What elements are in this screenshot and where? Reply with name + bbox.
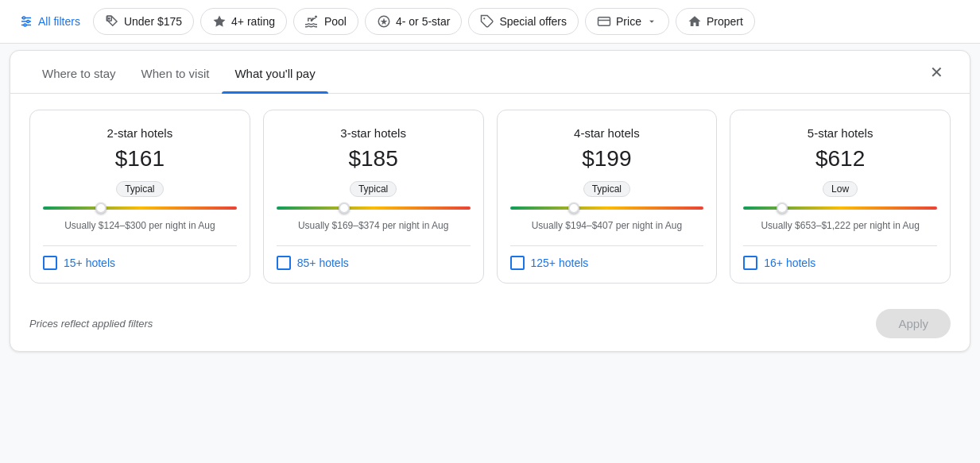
filters-icon <box>19 14 33 29</box>
filter-rating-label: 4+ rating <box>231 15 275 28</box>
star-icon <box>212 14 227 29</box>
filter-pool-label: Pool <box>324 15 347 28</box>
svg-point-4 <box>27 21 29 23</box>
close-button[interactable]: ✕ <box>922 58 951 87</box>
prices-note: Prices reflect applied filters <box>29 318 153 330</box>
price-icon <box>597 14 611 29</box>
checkbox-row: 15+ hotels <box>43 245 237 270</box>
filter-special-offers-label: Special offers <box>499 15 567 28</box>
all-filters-button[interactable]: All filters <box>13 9 87 34</box>
filter-rating[interactable]: 4+ rating <box>200 8 287 35</box>
filter-special-offers[interactable]: Special offers <box>468 8 579 35</box>
hotel-card-2-star: 2-star hotels $161 Typical Usually $124–… <box>29 110 250 284</box>
hotel-checkbox[interactable] <box>43 256 57 270</box>
tag-icon <box>480 14 494 29</box>
filter-price-label: Price <box>616 15 641 28</box>
hotel-card-4-star: 4-star hotels $199 Typical Usually $194–… <box>497 110 718 284</box>
tab-when-to-visit[interactable]: When to visit <box>129 51 223 93</box>
hotel-category: 3-star hotels <box>340 126 406 140</box>
home-icon <box>688 14 702 29</box>
tab-where-to-stay[interactable]: Where to stay <box>29 51 129 93</box>
hotel-count-link[interactable]: 15+ hotels <box>64 257 115 269</box>
svg-rect-10 <box>598 17 610 26</box>
price-label: Typical <box>116 181 163 197</box>
hotel-price: $199 <box>582 146 631 172</box>
filter-property[interactable]: Propert <box>676 8 755 35</box>
circle-star-icon <box>377 14 391 29</box>
tabs-container: Where to stay When to visit What you'll … <box>10 51 970 94</box>
svg-point-5 <box>24 24 26 26</box>
hotel-price: $161 <box>115 146 165 172</box>
price-label: Typical <box>350 181 397 197</box>
hotel-checkbox[interactable] <box>510 256 525 270</box>
filter-4or5star-label: 4- or 5-star <box>396 15 450 28</box>
hotel-count-link[interactable]: 85+ hotels <box>297 257 349 269</box>
hotel-card-5-star: 5-star hotels $612 Low Usually $653–$1,2… <box>730 110 951 284</box>
price-range: Usually $124–$300 per night in Aug <box>64 219 215 233</box>
pool-icon <box>305 14 320 29</box>
checkbox-row: 16+ hotels <box>743 245 937 270</box>
hotel-category: 5-star hotels <box>808 126 873 140</box>
main-panel: Where to stay When to visit What you'll … <box>10 50 970 352</box>
price-tag-icon <box>105 14 119 29</box>
checkbox-row: 85+ hotels <box>277 245 471 270</box>
all-filters-label: All filters <box>38 15 80 28</box>
slider-section: Typical <box>43 181 237 210</box>
hotel-count-link[interactable]: 16+ hotels <box>764 257 815 269</box>
hotel-category: 2-star hotels <box>107 126 173 140</box>
svg-point-3 <box>23 17 25 19</box>
price-range: Usually $194–$407 per night in Aug <box>532 219 682 233</box>
filter-4or5star[interactable]: 4- or 5-star <box>365 8 462 35</box>
slider-section: Typical <box>277 181 471 210</box>
svg-point-7 <box>108 18 110 20</box>
slider-track[interactable] <box>277 206 471 210</box>
hotel-checkbox[interactable] <box>743 256 757 270</box>
panel-footer: Prices reflect applied filters Apply <box>10 299 970 351</box>
hotel-cards-container: 2-star hotels $161 Typical Usually $124–… <box>10 94 970 299</box>
hotel-price: $612 <box>815 146 865 172</box>
hotel-card-3-star: 3-star hotels $185 Typical Usually $169–… <box>263 110 484 284</box>
price-label: Low <box>823 181 858 197</box>
tab-what-youll-pay[interactable]: What you'll pay <box>222 51 327 93</box>
price-range: Usually $169–$374 per night in Aug <box>298 219 448 233</box>
price-range: Usually $653–$1,222 per night in Aug <box>761 219 919 233</box>
hotel-category: 4-star hotels <box>574 126 640 140</box>
slider-track[interactable] <box>743 206 937 210</box>
checkbox-row: 125+ hotels <box>510 245 704 270</box>
filter-property-label: Propert <box>707 15 743 28</box>
slider-track[interactable] <box>510 206 704 210</box>
hotel-price: $185 <box>348 146 397 172</box>
apply-button[interactable]: Apply <box>876 309 951 338</box>
chevron-down-icon <box>646 16 657 27</box>
filter-bar: All filters Under $175 4+ rating Pool 4-… <box>0 0 980 44</box>
filter-under175[interactable]: Under $175 <box>93 8 194 35</box>
filter-pool[interactable]: Pool <box>293 8 358 35</box>
slider-section: Typical <box>510 181 704 210</box>
hotel-count-link[interactable]: 125+ hotels <box>531 257 589 269</box>
slider-track[interactable] <box>43 206 237 210</box>
hotel-checkbox[interactable] <box>277 256 291 270</box>
filter-price[interactable]: Price <box>585 8 669 35</box>
filter-under175-label: Under $175 <box>124 15 182 28</box>
slider-section: Low <box>743 181 937 210</box>
price-label: Typical <box>583 181 630 197</box>
